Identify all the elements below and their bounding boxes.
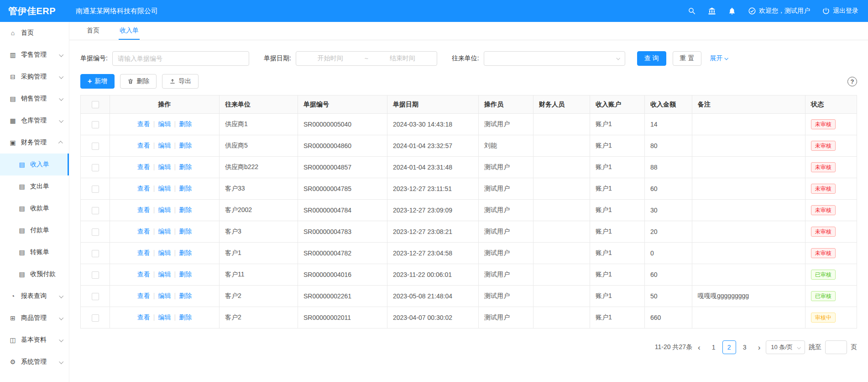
delete-link[interactable]: 删除 <box>179 249 192 256</box>
delete-button[interactable]: 删除 <box>120 74 157 89</box>
date-cell: 2023-11-22 00:06:01 <box>387 264 479 286</box>
view-link[interactable]: 查看 <box>137 271 150 278</box>
edit-link[interactable]: 编辑 <box>158 292 171 299</box>
sidebar-item-home[interactable]: ⌂首页 <box>0 22 69 44</box>
row-checkbox[interactable] <box>92 228 99 236</box>
row-checkbox[interactable] <box>92 293 99 300</box>
row-checkbox[interactable] <box>92 143 99 150</box>
row-checkbox[interactable] <box>92 250 99 257</box>
delete-link[interactable]: 删除 <box>179 206 192 213</box>
remark-cell <box>692 135 805 157</box>
view-link[interactable]: 查看 <box>137 163 150 170</box>
view-link[interactable]: 查看 <box>137 185 150 192</box>
sidebar-item-expense-bill[interactable]: ▤支出单 <box>0 175 69 197</box>
tab-home[interactable]: 首页 <box>86 22 100 40</box>
sidebar-item-payment-bill[interactable]: ▤付款单 <box>0 219 69 241</box>
sidebar-item-reports[interactable]: ◔报表查询 <box>0 285 69 307</box>
delete-link[interactable]: 删除 <box>179 142 192 149</box>
export-button[interactable]: 导出 <box>162 74 199 89</box>
view-link[interactable]: 查看 <box>137 142 150 149</box>
status-cell: 审核中 <box>805 307 857 329</box>
date-cell: 2023-12-27 23:09:09 <box>387 200 479 221</box>
sidebar-item-sales[interactable]: ▤销售管理 <box>0 88 69 110</box>
page-number[interactable]: 3 <box>738 340 752 354</box>
view-link[interactable]: 查看 <box>137 206 150 213</box>
row-select-cell <box>81 157 110 178</box>
edit-link[interactable]: 编辑 <box>158 185 171 192</box>
sidebar-item-base-data[interactable]: ◫基本资料 <box>0 329 69 351</box>
row-checkbox[interactable] <box>92 186 99 193</box>
welcome-user[interactable]: 欢迎您，测试用户 <box>748 7 810 15</box>
delete-link[interactable]: 删除 <box>179 185 192 192</box>
actions-cell: 查看|编辑|删除 <box>110 178 220 200</box>
delete-link[interactable]: 删除 <box>179 292 192 299</box>
sidebar-item-income-bill[interactable]: ▤收入单 <box>0 154 69 175</box>
delete-link[interactable]: 删除 <box>179 313 192 321</box>
bell-icon[interactable] <box>728 7 736 15</box>
help-icon[interactable]: ? <box>847 77 857 86</box>
table-row: 查看|编辑|删除供应商1SR000000050402024-03-30 14:4… <box>81 114 857 135</box>
sidebar-item-purchase[interactable]: ⊟采购管理 <box>0 66 69 88</box>
sidebar-item-label: 支出单 <box>30 182 49 191</box>
home-icon: ⌂ <box>9 29 16 37</box>
search-icon[interactable] <box>688 7 696 15</box>
view-link[interactable]: 查看 <box>137 120 150 127</box>
sidebar-item-finance[interactable]: ▣财务管理 <box>0 132 69 154</box>
row-checkbox[interactable] <box>92 207 99 214</box>
prev-page-button[interactable]: ‹ <box>696 344 702 351</box>
row-checkbox[interactable] <box>92 271 99 279</box>
bill-no-cell: SR00000004016 <box>298 264 387 286</box>
row-select-cell <box>81 135 110 157</box>
row-checkbox[interactable] <box>92 164 99 171</box>
sidebar-item-warehouse[interactable]: ▦仓库管理 <box>0 110 69 132</box>
jump-input[interactable] <box>825 340 847 354</box>
edit-link[interactable]: 编辑 <box>158 249 171 256</box>
view-link[interactable]: 查看 <box>137 292 150 299</box>
edit-link[interactable]: 编辑 <box>158 206 171 213</box>
edit-link[interactable]: 编辑 <box>158 271 171 278</box>
page-number[interactable]: 1 <box>707 340 721 354</box>
jump-label: 跳至 <box>809 343 821 351</box>
finance-cell <box>533 307 590 329</box>
partner-select[interactable] <box>484 51 625 66</box>
edit-link[interactable]: 编辑 <box>158 142 171 149</box>
date-range-picker[interactable]: 开始时间 ~ 结束时间 <box>296 51 437 66</box>
view-link[interactable]: 查看 <box>137 313 150 321</box>
next-page-button[interactable]: › <box>756 344 763 351</box>
row-checkbox[interactable] <box>92 314 99 322</box>
edit-link[interactable]: 编辑 <box>158 228 171 235</box>
delete-link[interactable]: 删除 <box>179 120 192 127</box>
action-separator: | <box>174 185 176 192</box>
page-size-select[interactable]: 10 条/页 <box>766 340 805 354</box>
sidebar-item-prepaid-receipt[interactable]: ▤收预付款 <box>0 263 69 285</box>
search-button[interactable]: 查 询 <box>637 51 666 66</box>
row-checkbox[interactable] <box>92 121 99 128</box>
sidebar-item-system[interactable]: ⚙系统管理 <box>0 351 69 373</box>
delete-link[interactable]: 删除 <box>179 271 192 278</box>
view-link[interactable]: 查看 <box>137 228 150 235</box>
bill-no-input[interactable] <box>112 51 249 66</box>
sidebar-item-retail[interactable]: ▥零售管理 <box>0 44 69 66</box>
select-all-checkbox[interactable] <box>92 101 99 108</box>
edit-link[interactable]: 编辑 <box>158 120 171 127</box>
delete-link[interactable]: 删除 <box>179 163 192 170</box>
add-button[interactable]: + 新增 <box>80 74 115 89</box>
delete-link[interactable]: 删除 <box>179 228 192 235</box>
bill-no-cell: SR00000004860 <box>298 135 387 157</box>
sidebar-item-label: 销售管理 <box>21 95 47 103</box>
sidebar-item-transfer-bill[interactable]: ▤转账单 <box>0 241 69 263</box>
bank-icon[interactable] <box>708 7 716 15</box>
edit-link[interactable]: 编辑 <box>158 163 171 170</box>
page-list: 123 <box>706 340 753 354</box>
tab-income-bill[interactable]: 收入单 <box>119 22 140 40</box>
page-number[interactable]: 2 <box>722 340 736 354</box>
logout-button[interactable]: 退出登录 <box>822 7 858 15</box>
edit-link[interactable]: 编辑 <box>158 313 171 321</box>
action-separator: | <box>153 185 155 192</box>
account-cell: 账户1 <box>590 114 645 135</box>
expand-link[interactable]: 展开 <box>710 54 727 63</box>
reset-button[interactable]: 重 置 <box>673 51 702 66</box>
sidebar-item-goods[interactable]: ⊞商品管理 <box>0 307 69 329</box>
view-link[interactable]: 查看 <box>137 249 150 256</box>
sidebar-item-receipt-bill[interactable]: ▤收款单 <box>0 197 69 219</box>
